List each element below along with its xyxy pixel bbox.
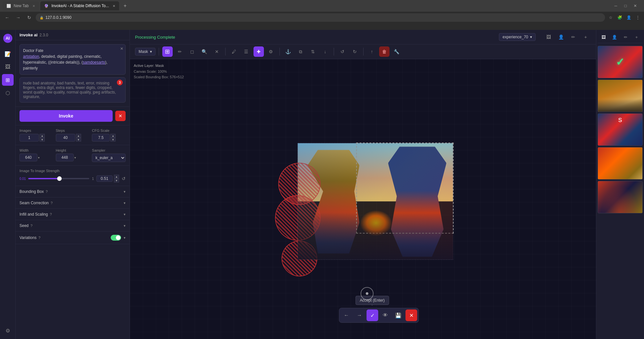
float-save-btn[interactable]: 💾 (392, 309, 404, 321)
back-btn[interactable]: ← (3, 13, 12, 22)
sidebar-icon-unified[interactable]: ⊞ (2, 74, 14, 86)
seed-header[interactable]: Seed ? ▾ (16, 220, 130, 231)
profile-icon[interactable]: 👤 (625, 14, 632, 21)
model-icon[interactable]: 👤 (556, 32, 566, 42)
height-chevron[interactable]: ▾ (74, 156, 76, 159)
float-eye-btn[interactable]: 👁 (379, 309, 391, 321)
panel-user-icon[interactable]: 👤 (610, 32, 619, 42)
tool-anchor-btn[interactable]: ⚓ (283, 46, 293, 57)
tool-flip-btn[interactable]: ⇅ (308, 46, 318, 57)
tool-brush-btn[interactable]: ✏ (175, 46, 185, 57)
infill-scaling-section: Infill and Scaling ? ▾ (16, 209, 130, 220)
sampler-select[interactable]: k_euler_a (92, 154, 126, 162)
plus-icon[interactable]: + (580, 32, 591, 42)
tool-download-btn[interactable]: ↓ (320, 46, 330, 57)
browser-menu-icon[interactable]: ⋮ (634, 14, 641, 21)
width-chevron[interactable]: ▾ (38, 156, 40, 159)
cfg-down-btn[interactable]: ▼ (110, 138, 116, 142)
negative-prompt-box[interactable]: nude bad anatomy, bad hands, text, error… (19, 77, 126, 103)
thumbnail-2[interactable] (598, 80, 643, 112)
tool-wrench-btn[interactable]: 🔧 (391, 46, 402, 57)
tool-upload-btn[interactable]: ↑ (367, 46, 377, 57)
panel-add-icon[interactable]: + (632, 32, 641, 42)
tool-copy-btn[interactable]: ⧉ (295, 46, 306, 57)
reload-btn[interactable]: ↻ (25, 13, 34, 22)
bounding-box-header[interactable]: Bounding Box ? ▾ (16, 186, 130, 197)
strength-up-btn[interactable]: ▲ (114, 175, 119, 179)
close-window-btn[interactable]: ✕ (632, 2, 639, 9)
bounding-box-help-icon[interactable]: ? (46, 190, 48, 194)
height-input[interactable] (56, 154, 74, 161)
seam-correction-header[interactable]: Seam Correction ? ▾ (16, 197, 130, 208)
minimize-btn[interactable]: ─ (612, 2, 619, 9)
restore-btn[interactable]: □ (622, 2, 629, 9)
strength-reset-icon[interactable]: ↺ (122, 176, 126, 181)
panel-edit-icon[interactable]: ✏ (621, 32, 630, 42)
seam-correction-help-icon[interactable]: ? (51, 201, 53, 205)
canvas-area[interactable]: Active Layer: Mask Canvas Scale: 100% Sc… (130, 59, 596, 339)
infill-help-icon[interactable]: ? (50, 212, 52, 216)
tool-pen-btn[interactable]: 🖊 (229, 46, 239, 57)
experience-dropdown[interactable]: experience_70 ▾ (499, 33, 536, 41)
sidebar-icon-nodes[interactable]: ⬡ (2, 87, 14, 99)
sidebar-icon-txt2img[interactable]: 📝 (2, 48, 14, 60)
tab-close-invoke[interactable]: ✕ (113, 4, 115, 8)
cfg-input[interactable] (92, 134, 110, 142)
steps-input[interactable] (56, 134, 75, 142)
strength-down-btn[interactable]: ▼ (114, 179, 119, 182)
positive-prompt-box[interactable]: Doctor Fate artstation, detailed, digita… (19, 44, 126, 75)
variations-toggle-switch[interactable] (111, 235, 121, 241)
bookmark-star-icon[interactable]: ☆ (607, 14, 614, 21)
new-tab-button[interactable]: + (120, 1, 130, 10)
tab-invoke[interactable]: 🔮 InvokeAI - A Stable Diffusion To... ✕ (40, 1, 119, 10)
variations-header[interactable]: Variations ? ▾ (16, 232, 130, 244)
tool-undo-btn[interactable]: ↺ (337, 46, 348, 57)
cfg-setting: CFG Scale ▲ ▼ (92, 129, 126, 142)
prompt-close-btn[interactable]: ✕ (120, 46, 123, 51)
tool-move-btn[interactable]: ⊞ (162, 46, 173, 57)
images-down-btn[interactable]: ▼ (40, 138, 45, 142)
forward-btn[interactable]: → (14, 13, 23, 22)
tool-zoom-btn[interactable]: 🔍 (199, 46, 210, 57)
invoke-button[interactable]: Invoke (19, 110, 113, 122)
tool-plus-btn[interactable]: ✚ (254, 46, 264, 57)
tab-new-tab[interactable]: ⬜ New Tab ✕ (3, 1, 39, 10)
seed-help-icon[interactable]: ? (31, 224, 32, 228)
variations-help-icon[interactable]: ? (38, 236, 40, 240)
thumbnail-4[interactable] (598, 147, 643, 180)
float-next-btn[interactable]: → (353, 309, 365, 321)
tool-eraser-btn[interactable]: ◻ (187, 46, 197, 57)
steps-down-btn[interactable]: ▼ (76, 138, 81, 142)
gallery-icon[interactable]: 🖼 (543, 32, 554, 42)
sidebar-icon-img2img[interactable]: 🖼 (2, 61, 14, 73)
width-input[interactable] (19, 154, 37, 161)
steps-up-btn[interactable]: ▲ (76, 134, 81, 138)
edit-icon[interactable]: ✏ (568, 32, 578, 42)
invoke-cancel-button[interactable]: ✕ (115, 111, 126, 121)
panel-gallery-icon[interactable]: 🖼 (599, 32, 608, 42)
thumbnail-5[interactable] (598, 181, 643, 213)
tab-close-btn[interactable]: ✕ (32, 4, 35, 8)
negative-prompt-badge: 3 (117, 80, 123, 85)
thumbnail-1[interactable]: ✓ (598, 46, 643, 78)
strength-value-input[interactable] (96, 175, 113, 182)
strength-slider-thumb[interactable] (57, 176, 62, 181)
sidebar-icon-settings[interactable]: ⚙ (2, 325, 14, 336)
float-prev-btn[interactable]: ← (341, 309, 352, 321)
float-accept-btn[interactable]: ✓ (366, 309, 378, 321)
tool-delete-btn[interactable]: 🗑 (379, 46, 390, 57)
extensions-icon[interactable]: 🧩 (616, 14, 623, 21)
images-input[interactable] (19, 134, 39, 142)
address-bar[interactable]: 🔒 127.0.0.1:9090 (36, 13, 605, 22)
float-close-btn[interactable]: ✕ (405, 309, 417, 321)
seed-chevron-icon: ▾ (124, 224, 126, 228)
infill-scaling-header[interactable]: Infill and Scaling ? ▾ (16, 209, 130, 220)
cfg-up-btn[interactable]: ▲ (110, 134, 116, 138)
tool-settings-btn[interactable]: ⚙ (266, 46, 276, 57)
images-up-btn[interactable]: ▲ (40, 134, 45, 138)
tool-redo-btn[interactable]: ↻ (350, 46, 360, 57)
tool-list-btn[interactable]: ☰ (241, 46, 252, 57)
tool-close-btn[interactable]: ✕ (212, 46, 222, 57)
mask-selector[interactable]: Mask ▾ (135, 48, 155, 56)
thumbnail-3[interactable]: S (598, 113, 643, 146)
